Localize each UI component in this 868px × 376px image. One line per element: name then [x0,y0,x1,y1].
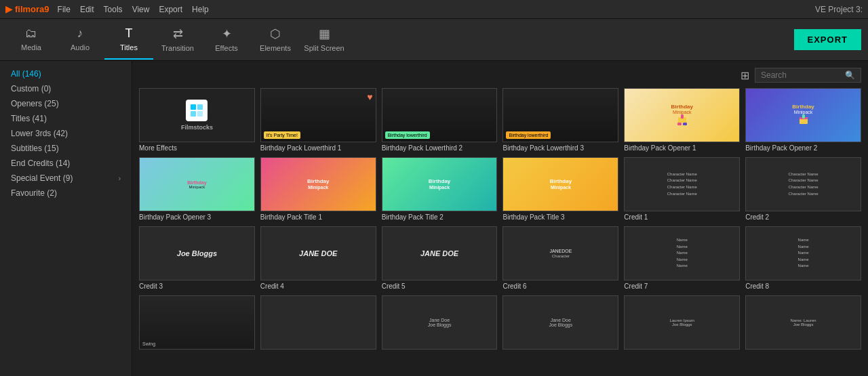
toolbar-splitscreen-label: Split Screen [304,44,344,52]
grid-item-credit2[interactable]: Character NameCharacter NameCharacter Na… [745,157,861,221]
grid-item-bp-opener2[interactable]: Birthday Minipack Birthday Pack Opener 2 [745,88,861,152]
toolbar-elements[interactable]: ⬡ Elements [251,20,300,60]
grid-item-more-effects[interactable]: Filmstocks More Effects [139,88,255,152]
grid-item-credit2-label: Credit 2 [745,213,861,221]
main-layout: All (146) Custom (0) Openers (25) Titles… [0,61,868,376]
grid-item-bp-lowerthird2-label: Birthday Pack Lowerthird 2 [382,144,498,152]
sidebar-item-custom[interactable]: Custom (0) [0,81,132,96]
content-area: ⊞ 🔍 Filmstocks More Effects [132,61,868,376]
grid-item-r4-1[interactable]: Swing [139,295,255,352]
grid-item-credit3[interactable]: Joe Bloggs Credit 3 [139,226,255,290]
menu-export[interactable]: Export [159,5,182,14]
sidebar-item-lower3rds[interactable]: Lower 3rds (42) [0,126,132,141]
grid-item-bp-opener3-label: Birthday Pack Opener 3 [139,213,255,221]
svg-rect-0 [191,104,196,110]
sidebar-item-specialevent[interactable]: Special Event (9) › [0,171,132,186]
toolbar-splitscreen[interactable]: ▦ Split Screen [300,20,349,60]
grid-item-credit8[interactable]: NameNameNameNameName Credit 8 [745,226,861,290]
grid-item-bp-lowerthird2[interactable]: Birthday lowerthird Birthday Pack Lowert… [382,88,498,152]
svg-rect-3 [197,111,203,117]
grid-item-bp-title1[interactable]: BirthdayMinipack Birthday Pack Title 1 [260,157,376,221]
menu-view[interactable]: View [132,5,150,14]
search-box: 🔍 [755,68,861,83]
transition-icon: ⇄ [173,26,183,41]
audio-icon: ♪ [77,26,83,41]
toolbar-media[interactable]: 🗂 Media [7,20,56,60]
sidebar-item-endcredits[interactable]: End Credits (14) [0,156,132,171]
toolbar-right: EXPORT [794,29,861,50]
content-header: ⊞ 🔍 [139,68,861,83]
search-icon: 🔍 [845,70,855,80]
sidebar-item-all[interactable]: All (146) [0,66,132,81]
sidebar: All (146) Custom (0) Openers (25) Titles… [0,61,132,376]
toolbar-audio-label: Audio [71,43,90,51]
grid-item-bp-lowerthird1-label: Birthday Pack Lowerthird 1 [260,144,376,152]
grid-item-bp-opener3[interactable]: Birthday Minipack Birthday Pack Opener 3 [139,157,255,221]
toolbar-transition-label: Transition [161,44,194,52]
grid-item-bp-title3-label: Birthday Pack Title 3 [502,213,618,221]
app-logo-icon: ▶ [5,4,12,14]
grid-item-bp-title2[interactable]: BirthdayMinipack Birthday Pack Title 2 [382,157,498,221]
grid-item-credit3-label: Credit 3 [139,283,255,290]
grid-item-bp-opener2-label: Birthday Pack Opener 2 [745,144,861,152]
svg-rect-2 [191,111,196,117]
splitscreen-icon: ▦ [319,26,330,41]
menu-edit[interactable]: Edit [80,5,94,14]
grid-item-credit4-label: Credit 4 [260,283,376,290]
toolbar-audio[interactable]: ♪ Audio [56,20,104,60]
project-name: VE Project 3: [815,5,863,14]
toolbar-media-label: Media [21,43,41,51]
grid-item-bp-title1-label: Birthday Pack Title 1 [260,213,376,221]
grid-item-r4-6[interactable]: Name: LaurenJoe Bloggs [745,295,861,352]
effects-icon: ✦ [222,26,232,41]
export-button[interactable]: EXPORT [794,29,861,50]
elements-icon: ⬡ [270,26,281,41]
grid-item-bp-lowerthird1[interactable]: It's Party Time! ♥ Birthday Pack Lowerth… [260,88,376,152]
grid-item-bp-lowerthird3-label: Birthday Pack Lowerthird 3 [502,144,618,152]
toolbar-effects[interactable]: ✦ Effects [202,20,251,60]
menu-help[interactable]: Help [192,5,209,14]
content-grid: Filmstocks More Effects It's Party Time!… [139,88,861,352]
grid-item-credit5-label: Credit 5 [382,283,498,290]
grid-view-icon[interactable]: ⊞ [741,69,749,82]
menu-tools[interactable]: Tools [104,5,123,14]
toolbar-elements-label: Elements [260,44,291,52]
grid-item-more-effects-label: More Effects [139,144,255,152]
toolbar-transition[interactable]: ⇄ Transition [153,20,202,60]
grid-item-credit6[interactable]: JANEDOECharacter Credit 6 [502,226,618,290]
toolbar-titles-label: Titles [120,43,138,51]
media-icon: 🗂 [25,26,37,41]
toolbar-effects-label: Effects [215,44,237,52]
grid-item-credit8-label: Credit 8 [745,283,861,290]
grid-item-r4-2[interactable] [260,295,376,352]
titles-icon: T [125,26,133,41]
sidebar-item-subtitles[interactable]: Subtitles (15) [0,141,132,156]
grid-item-credit6-label: Credit 6 [502,283,618,290]
grid-item-r4-3[interactable]: Jane DoeJoe Bloggs [382,295,498,352]
grid-item-bp-title3[interactable]: BirthdayMinipack Birthday Pack Title 3 [502,157,618,221]
grid-item-credit1[interactable]: Character NameCharacter NameCharacter Na… [624,157,740,221]
search-input[interactable] [761,70,842,80]
grid-item-r4-4[interactable]: Jane DoeJoe Bloggs [502,295,618,352]
grid-item-bp-title2-label: Birthday Pack Title 2 [382,213,498,221]
grid-item-credit5[interactable]: JANE DOE Credit 5 [382,226,498,290]
grid-item-credit7-label: Credit 7 [624,283,740,290]
grid-item-credit4[interactable]: JANE DOE Credit 4 [260,226,376,290]
title-bar: ▶ filmora9 File Edit Tools View Export H… [0,0,868,19]
svg-rect-7 [681,114,684,119]
app-name: filmora9 [15,4,50,14]
sidebar-item-titles[interactable]: Titles (41) [0,111,132,126]
svg-rect-1 [197,104,203,110]
app-logo: ▶ filmora9 [5,4,50,14]
grid-item-credit7[interactable]: NameNameNameNameName Credit 7 [624,226,740,290]
favourite-icon: ♥ [367,91,372,102]
sidebar-item-favourite[interactable]: Favourite (2) [0,186,132,201]
grid-item-r4-5[interactable]: Lauren IpsumJoe Bloggs [624,295,740,352]
svg-rect-10 [802,114,805,119]
sidebar-item-openers[interactable]: Openers (25) [0,96,132,111]
grid-item-bp-opener1[interactable]: Birthday Minipack Birthday Pack Opener 1 [624,88,740,152]
chevron-right-icon: › [119,175,121,182]
grid-item-bp-lowerthird3[interactable]: Birthday lowerthird Birthday Pack Lowert… [502,88,618,152]
toolbar-titles[interactable]: T Titles [104,20,153,60]
menu-file[interactable]: File [58,5,71,14]
